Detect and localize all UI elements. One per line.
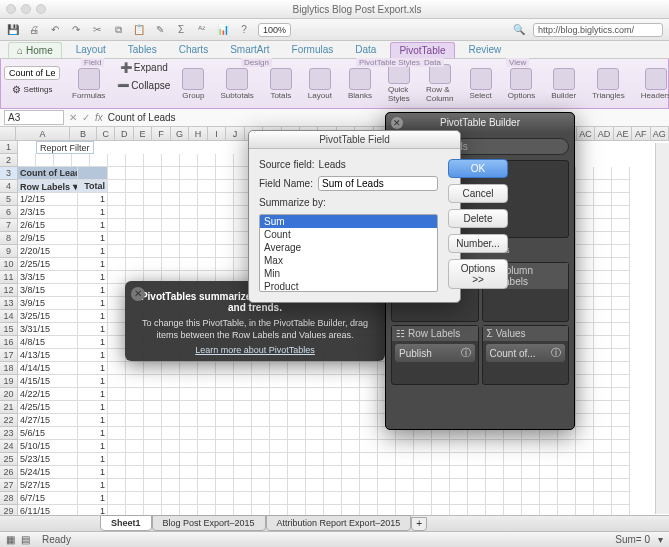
summarize-option[interactable]: Sum xyxy=(260,215,437,228)
summarize-listbox[interactable]: SumCountAverageMaxMinProductCount Number… xyxy=(259,214,438,292)
subtotals-button[interactable]: Subtotals xyxy=(217,62,258,105)
paste-icon[interactable]: 📋 xyxy=(132,23,146,37)
sheet-tab[interactable]: Attribution Report Export–2015 xyxy=(266,515,412,531)
view-normal-icon[interactable]: ▦ xyxy=(6,534,15,545)
sheet-tab[interactable]: Blog Post Export–2015 xyxy=(152,515,266,531)
pt-date-cell[interactable]: 4/27/15 xyxy=(18,414,78,427)
ok-button[interactable]: OK xyxy=(448,159,508,178)
blanks-button[interactable]: Blanks xyxy=(344,62,376,105)
pt-date-cell[interactable]: 4/22/15 xyxy=(18,388,78,401)
pt-value-cell[interactable]: 1 xyxy=(78,466,108,479)
cancel-button[interactable]: Cancel xyxy=(448,184,508,203)
summarize-option[interactable]: Product xyxy=(260,280,437,292)
triangles-button[interactable]: Triangles xyxy=(588,62,629,105)
formula-content[interactable]: Count of Leads xyxy=(108,112,176,123)
pt-date-cell[interactable]: 3/8/15 xyxy=(18,284,78,297)
group-button[interactable]: Group xyxy=(178,62,208,105)
summarize-option[interactable]: Count xyxy=(260,228,437,241)
pt-date-cell[interactable]: 2/3/15 xyxy=(18,206,78,219)
select-button[interactable]: Select xyxy=(465,62,495,105)
pt-row-labels[interactable]: Row Labels ▾ xyxy=(18,180,78,193)
tab-pivottable[interactable]: PivotTable xyxy=(390,42,454,58)
layout-button[interactable]: Layout xyxy=(304,62,336,105)
active-field[interactable] xyxy=(4,66,60,80)
report-filter-cell[interactable]: Report Filter xyxy=(36,141,94,154)
zoom-icon[interactable] xyxy=(36,4,46,14)
tab-formulas[interactable]: Formulas xyxy=(284,42,342,57)
quick-styles-button[interactable]: Quick Styles xyxy=(384,62,414,105)
confirm-formula-icon[interactable]: ✓ xyxy=(82,112,90,123)
zoom-field[interactable]: 100% xyxy=(258,23,291,37)
pt-date-cell[interactable]: 5/23/15 xyxy=(18,453,78,466)
tab-tables[interactable]: Tables xyxy=(120,42,165,57)
pt-date-cell[interactable]: 3/25/15 xyxy=(18,310,78,323)
close-icon[interactable] xyxy=(6,4,16,14)
pt-date-cell[interactable]: 2/9/15 xyxy=(18,232,78,245)
pt-date-cell[interactable]: 2/25/15 xyxy=(18,258,78,271)
pt-date-cell[interactable]: 3/3/15 xyxy=(18,271,78,284)
tab-data[interactable]: Data xyxy=(347,42,384,57)
pt-date-cell[interactable]: 5/6/15 xyxy=(18,427,78,440)
delete-button[interactable]: Delete xyxy=(448,209,508,228)
expand-button[interactable]: ➕Expand xyxy=(120,62,168,73)
summarize-option[interactable]: Min xyxy=(260,267,437,280)
quadrant-rows[interactable]: ☷Row LabelsPublishⓘ xyxy=(391,325,479,385)
pt-date-cell[interactable]: 4/14/15 xyxy=(18,362,78,375)
pt-date-cell[interactable]: 1/2/15 xyxy=(18,193,78,206)
view-layout-icon[interactable]: ▤ xyxy=(21,534,30,545)
cancel-formula-icon[interactable]: ✕ xyxy=(69,112,77,123)
tab-charts[interactable]: Charts xyxy=(171,42,216,57)
pt-date-cell[interactable]: 3/9/15 xyxy=(18,297,78,310)
sort-icon[interactable]: ᴬᶻ xyxy=(195,23,209,37)
copy-icon[interactable]: ⧉ xyxy=(111,23,125,37)
cut-icon[interactable]: ✂ xyxy=(90,23,104,37)
pt-value-cell[interactable]: 1 xyxy=(78,323,108,336)
pt-date-cell[interactable]: 5/10/15 xyxy=(18,440,78,453)
pt-value-cell[interactable]: 1 xyxy=(78,362,108,375)
close-icon[interactable]: ✕ xyxy=(391,117,403,129)
pt-value-cell[interactable]: 1 xyxy=(78,492,108,505)
info-icon[interactable]: ⓘ xyxy=(461,346,471,360)
save-icon[interactable]: 💾 xyxy=(6,23,20,37)
pt-value-cell[interactable]: 1 xyxy=(78,206,108,219)
collapse-button[interactable]: ➖Collapse xyxy=(117,80,170,91)
pt-value-cell[interactable]: 1 xyxy=(78,440,108,453)
pt-value-cell[interactable]: 1 xyxy=(78,245,108,258)
pt-value-cell[interactable]: 1 xyxy=(78,258,108,271)
quadrant-values[interactable]: ΣValuesCount of...ⓘ xyxy=(482,325,570,385)
tab-smartart[interactable]: SmartArt xyxy=(222,42,277,57)
pt-value-cell[interactable]: 1 xyxy=(78,271,108,284)
pt-date-cell[interactable]: 2/6/15 xyxy=(18,219,78,232)
undo-icon[interactable]: ↶ xyxy=(48,23,62,37)
pt-value-cell[interactable]: 1 xyxy=(78,284,108,297)
pt-value-cell[interactable]: 1 xyxy=(78,297,108,310)
print-icon[interactable]: 🖨 xyxy=(27,23,41,37)
pt-value-cell[interactable]: 1 xyxy=(78,388,108,401)
pt-value-cell[interactable]: 1 xyxy=(78,427,108,440)
options-button[interactable]: Options >> xyxy=(448,259,508,289)
row-column-button[interactable]: Row & Column xyxy=(422,62,458,105)
search-icon[interactable]: 🔍 xyxy=(512,23,526,37)
sheet-tab[interactable]: Sheet1 xyxy=(100,515,152,531)
info-icon[interactable]: ⓘ xyxy=(551,346,561,360)
redo-icon[interactable]: ↷ xyxy=(69,23,83,37)
url-field[interactable]: http://blog.biglytics.com/ xyxy=(533,23,663,37)
pt-date-cell[interactable]: 4/13/15 xyxy=(18,349,78,362)
pt-date-cell[interactable]: 2/20/15 xyxy=(18,245,78,258)
close-icon[interactable]: ✕ xyxy=(131,287,145,301)
pt-value-cell[interactable]: 1 xyxy=(78,193,108,206)
pt-value-cell[interactable]: 1 xyxy=(78,310,108,323)
field-settings[interactable]: Settings xyxy=(24,85,53,94)
formulas-button[interactable]: Formulas xyxy=(68,62,109,105)
summarize-option[interactable]: Max xyxy=(260,254,437,267)
builder-button[interactable]: Builder xyxy=(547,62,580,105)
minimize-icon[interactable] xyxy=(21,4,31,14)
tab-review[interactable]: Review xyxy=(461,42,510,57)
field-name-input[interactable] xyxy=(318,176,438,191)
totals-button[interactable]: Totals xyxy=(266,62,296,105)
summarize-option[interactable]: Average xyxy=(260,241,437,254)
tip-link[interactable]: Learn more about PivotTables xyxy=(139,345,371,355)
tab-home[interactable]: ⌂Home xyxy=(8,42,62,58)
headers-button[interactable]: Headers xyxy=(637,62,669,105)
format-icon[interactable]: ✎ xyxy=(153,23,167,37)
